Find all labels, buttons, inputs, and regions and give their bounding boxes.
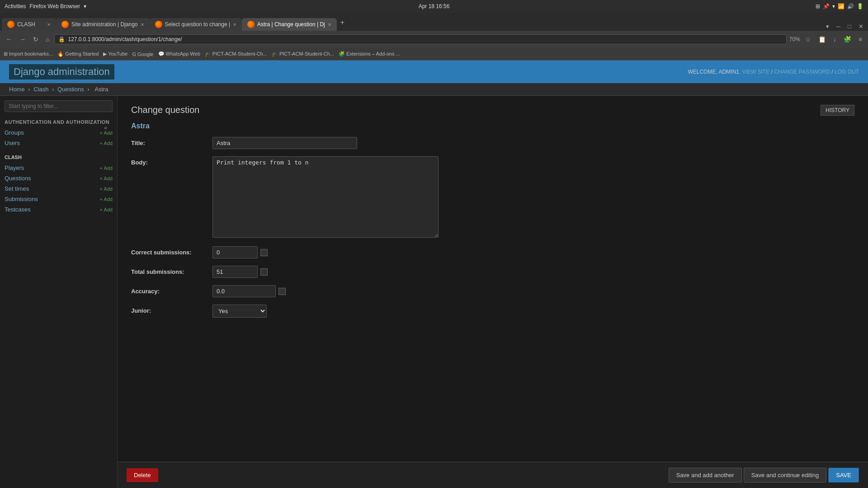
wifi-icon[interactable]: 📶	[838, 3, 844, 9]
tab-select-question-close[interactable]: ✕	[233, 22, 236, 27]
sidebar-questions-link[interactable]: Questions	[5, 175, 31, 182]
logout-link[interactable]: LOG OUT	[835, 69, 859, 75]
bookmarks-bar: ⊞ Import bookmarks... 🔥 Getting Started …	[0, 48, 868, 61]
save-continue-button[interactable]: Save and continue editing	[744, 468, 827, 483]
sidebar-collapse-icon[interactable]: «	[104, 124, 107, 131]
accuracy-field[interactable]	[212, 285, 276, 297]
bookmark-star[interactable]: ☆	[803, 35, 813, 44]
tab-select-question[interactable]: Select question to change | ✕	[150, 18, 242, 31]
back-button[interactable]: ←	[4, 35, 14, 44]
dropdown-icon[interactable]: ▾	[84, 3, 86, 9]
tab-change-question-close[interactable]: ✕	[328, 22, 331, 27]
sidebar-submissions-link[interactable]: Submissions	[5, 196, 38, 202]
sidebar-users-link[interactable]: Users	[5, 140, 20, 146]
delete-button[interactable]: Delete	[127, 468, 158, 482]
sidebar-players-link[interactable]: Players	[5, 164, 24, 171]
save-add-another-button[interactable]: Save and add another	[669, 468, 742, 483]
sidebar-item-users[interactable]: Users + Add	[0, 138, 117, 148]
download-icon[interactable]: ↓	[831, 35, 839, 44]
maximize-button[interactable]: □	[845, 22, 854, 31]
bookmark-pict-acm-2[interactable]: 🎓 PICT-ACM-Student-Ch...	[272, 51, 334, 57]
form-row-body: Body: Print integers from 1 to n	[131, 156, 854, 239]
sidebar-item-players[interactable]: Players + Add	[0, 163, 117, 173]
minimize-button[interactable]: ─	[834, 22, 843, 31]
junior-field[interactable]: Yes No	[212, 305, 267, 318]
sidebar-item-questions[interactable]: Questions + Add	[0, 173, 117, 183]
refresh-button[interactable]: ↻	[31, 35, 41, 44]
history-button[interactable]: HISTORY	[821, 105, 854, 116]
bookmark-pict-acm-1[interactable]: 🎓 PICT-ACM-Student-Ch...	[205, 51, 267, 57]
sidebar-testcases-link[interactable]: Testcases	[5, 206, 31, 213]
sidebar-testcases-add[interactable]: + Add	[100, 207, 113, 212]
sidebar-filter-input[interactable]	[5, 100, 113, 112]
correct-submissions-check[interactable]	[260, 249, 268, 256]
extensions-icon[interactable]: 🧩	[841, 35, 854, 44]
title-field[interactable]	[212, 137, 357, 149]
save-group: Save and add another Save and continue e…	[669, 468, 859, 483]
sidebar-users-add[interactable]: + Add	[100, 141, 113, 146]
body-field[interactable]: Print integers from 1 to n	[212, 156, 439, 238]
tab-bar: CLASH ✕ Site administration | Django ✕ S…	[0, 13, 868, 31]
pocket-icon[interactable]: 📋	[816, 35, 828, 44]
forward-button[interactable]: →	[17, 35, 28, 44]
firefox-label[interactable]: Firefox Web Browser	[29, 3, 80, 9]
activities-label[interactable]: Activities	[5, 3, 26, 9]
breadcrumb-home[interactable]: Home	[9, 86, 25, 93]
firefox-favicon-3	[155, 21, 162, 28]
total-submissions-check[interactable]	[260, 268, 268, 276]
sidebar-item-groups[interactable]: Groups + Add	[0, 127, 117, 138]
breadcrumb-clash[interactable]: Clash	[33, 86, 48, 93]
sidebar-settimes-add[interactable]: + Add	[100, 186, 113, 192]
accuracy-check[interactable]	[278, 288, 286, 295]
tab-site-admin-close[interactable]: ✕	[141, 22, 144, 27]
total-submissions-widget	[212, 266, 854, 278]
sidebar-groups-link[interactable]: Groups	[5, 129, 24, 136]
home-button[interactable]: ⌂	[43, 35, 52, 44]
bookmark-getting-started[interactable]: 🔥 Getting Started	[57, 51, 99, 57]
save-button[interactable]: SAVE	[828, 468, 859, 483]
bookmark-extensions[interactable]: 🧩 Extensions – Add-ons ...	[339, 51, 400, 57]
junior-widget: Yes No	[212, 305, 854, 318]
sidebar-settimes-link[interactable]: Set times	[5, 185, 29, 192]
bookmark-google[interactable]: G Google	[132, 52, 153, 57]
close-window-button[interactable]: ✕	[856, 22, 866, 31]
accuracy-widget	[212, 285, 854, 297]
screenshot-icon[interactable]: ⊞	[816, 3, 820, 9]
sidebar-submissions-add[interactable]: + Add	[100, 197, 113, 202]
tab-clash[interactable]: CLASH ✕	[2, 18, 56, 31]
change-password-link[interactable]: CHANGE PASSWORD	[774, 69, 830, 75]
django-header-right: WELCOME, ADMIN1. VIEW SITE / CHANGE PASS…	[688, 69, 859, 75]
page-title: Change question	[131, 105, 854, 115]
bookmark-import[interactable]: ⊞ Import bookmarks...	[4, 51, 53, 57]
os-bar-right: ⊞ 📌 ▾ 📶 🔊 🔋	[816, 3, 863, 9]
address-bar[interactable]: 🔒 127.0.0.1:8000/admin/clash/question/1/…	[54, 34, 786, 44]
sidebar-questions-add[interactable]: + Add	[100, 176, 113, 181]
battery-icon[interactable]: 🔋	[857, 3, 863, 9]
sidebar-players-add[interactable]: + Add	[100, 165, 113, 171]
accuracy-row	[212, 285, 854, 297]
tab-list-button[interactable]: ▾	[823, 22, 832, 31]
pin-icon[interactable]: 📌	[823, 3, 830, 9]
menu-button[interactable]: ≡	[856, 35, 864, 44]
breadcrumb-questions[interactable]: Questions	[57, 86, 84, 93]
correct-submissions-field[interactable]	[212, 246, 258, 258]
view-site-link[interactable]: VIEW SITE	[742, 69, 769, 75]
total-submissions-field[interactable]	[212, 266, 258, 278]
sidebar-item-submissions[interactable]: Submissions + Add	[0, 194, 117, 204]
sidebar-clash-header: CLASH	[0, 152, 117, 163]
sidebar-item-testcases[interactable]: Testcases + Add	[0, 204, 117, 215]
tab-clash-close[interactable]: ✕	[47, 22, 51, 27]
bookmark-whatsapp[interactable]: 💬 WhatsApp Web	[158, 51, 200, 57]
welcome-text: WELCOME, ADMIN1.	[688, 69, 741, 75]
form-row-junior: Junior: Yes No	[131, 305, 854, 318]
new-tab-button[interactable]: +	[337, 17, 348, 28]
sidebar-item-settimes[interactable]: Set times + Add	[0, 183, 117, 194]
dropdown-icon-2[interactable]: ▾	[832, 3, 835, 9]
volume-icon[interactable]: 🔊	[847, 3, 854, 9]
django-header-title: Django administration	[9, 64, 114, 80]
tab-change-question[interactable]: Astra | Change question | Dj ✕	[242, 18, 337, 31]
tab-site-admin[interactable]: Site administration | Django ✕	[56, 18, 150, 31]
browser-chrome: CLASH ✕ Site administration | Django ✕ S…	[0, 13, 868, 61]
bookmark-youtube[interactable]: ▶ YouTube	[103, 51, 127, 57]
tab-clash-label: CLASH	[17, 21, 35, 28]
